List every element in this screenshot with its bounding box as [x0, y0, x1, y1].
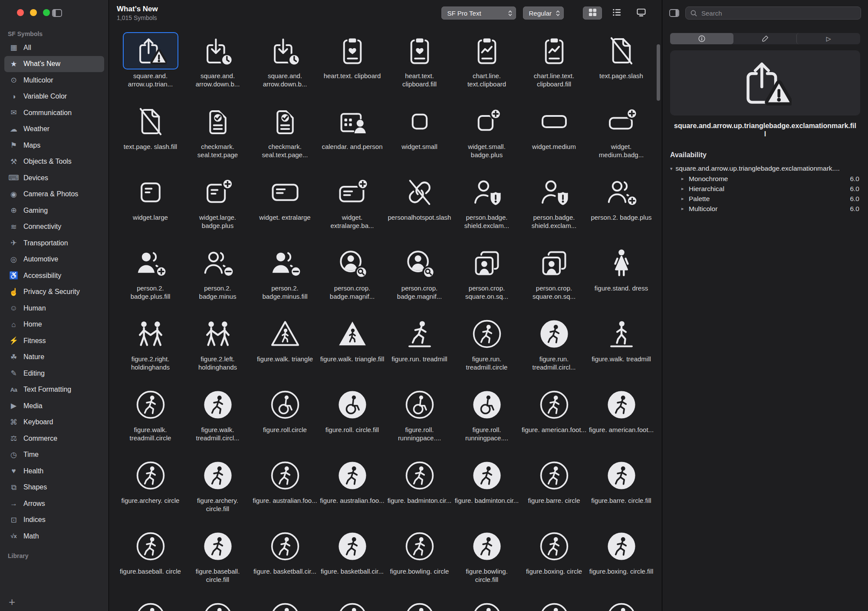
availability-row-palette[interactable]: ▸Palette6.0 [670, 194, 860, 204]
sidebar-item-text-formatting[interactable]: AaText Formatting [4, 382, 104, 398]
symbol-tile[interactable] [386, 598, 453, 611]
symbol-tile[interactable]: person.2. badge.minus [184, 244, 251, 315]
symbol-tile[interactable]: chart.line.text. clipboard.fill [520, 32, 588, 103]
availability-row-monochrome[interactable]: ▸Monochrome6.0 [670, 174, 860, 184]
symbol-tile[interactable]: figure.walk. triangle.fill [319, 315, 386, 386]
sidebar-item-accessibility[interactable]: ♿Accessibility [4, 268, 104, 284]
symbol-tile[interactable]: figure.run. treadmill.circle [453, 315, 520, 386]
symbol-tile[interactable]: square.and. arrow.down.b... [251, 32, 319, 103]
symbol-tile[interactable]: text.page.slash [588, 32, 655, 103]
sidebar-item-weather[interactable]: ☁Weather [4, 121, 104, 138]
symbol-tile[interactable] [251, 598, 319, 611]
symbol-tile[interactable]: figure.walk. treadmill.circl... [184, 386, 251, 457]
tab-animate[interactable]: ▷ [796, 33, 860, 44]
symbol-tile[interactable]: figure.boxing. circle [520, 528, 588, 598]
zoom-window-button[interactable] [43, 9, 50, 16]
sidebar-item-nature[interactable]: ☘Nature [4, 349, 104, 366]
sidebar-item-fitness[interactable]: ⚡Fitness [4, 333, 104, 349]
sidebar-item-communication[interactable]: ✉Communication [4, 105, 104, 121]
symbol-tile[interactable]: figure. australian.foo... [251, 457, 319, 528]
symbol-tile[interactable]: widget.small [386, 103, 453, 174]
symbol-tile[interactable]: person.crop. badge.magnif... [319, 244, 386, 315]
sidebar-item-transportation[interactable]: ✈Transportation [4, 235, 104, 251]
availability-row-multicolor[interactable]: ▸Multicolor6.0 [670, 204, 860, 214]
search-input[interactable] [700, 9, 856, 17]
sidebar-item-human[interactable]: ☺Human [4, 300, 104, 317]
symbol-tile[interactable]: square.and. arrow.down.b... [184, 32, 251, 103]
sidebar-toggle-icon[interactable] [52, 9, 62, 19]
symbol-tile[interactable]: square.and. arrow.up.trian... [117, 32, 184, 103]
symbol-tile[interactable]: figure. basketball.cir... [319, 528, 386, 598]
symbol-tile[interactable]: figure.barre. circle.fill [588, 457, 655, 528]
sidebar-item-home[interactable]: ⌂Home [4, 317, 104, 333]
symbol-tile[interactable]: widget.medium [520, 103, 588, 174]
symbol-tile[interactable]: person.crop. square.on.sq... [453, 244, 520, 315]
symbol-tile[interactable]: widget.small. badge.plus [453, 103, 520, 174]
symbol-tile[interactable]: figure. american.foot... [520, 386, 588, 457]
weight-popup[interactable]: Regular [523, 7, 564, 20]
tab-rendering[interactable] [733, 33, 797, 44]
symbol-tile[interactable]: figure.run. treadmill.circl... [520, 315, 588, 386]
symbol-tile[interactable]: heart.text. clipboard [319, 32, 386, 103]
symbol-tile[interactable]: figure. australian.foo... [319, 457, 386, 528]
symbol-tile[interactable]: figure. badminton.cir... [386, 457, 453, 528]
sidebar-item-indices[interactable]: ⊡Indices [4, 512, 104, 528]
add-custom-symbol-button[interactable]: + [4, 595, 20, 608]
symbol-tile[interactable]: figure. badminton.cir... [453, 457, 520, 528]
sidebar-item-media[interactable]: ▶Media [4, 398, 104, 414]
symbol-tile[interactable]: person.2. badge.plus.fill [117, 244, 184, 315]
symbol-tile[interactable]: person.2. badge.minus.fill [251, 244, 319, 315]
sidebar-item-math[interactable]: √xMath [4, 528, 104, 545]
symbol-tile[interactable]: chart.line. text.clipboard [453, 32, 520, 103]
list-view-button[interactable] [607, 7, 626, 20]
sidebar-item-commerce[interactable]: ⚖Commerce [4, 430, 104, 447]
symbol-tile[interactable]: figure. american.foot... [588, 386, 655, 457]
symbol-tile[interactable] [319, 598, 386, 611]
grid-scrollbar-thumb[interactable] [657, 44, 660, 101]
symbol-tile[interactable]: text.page. slash.fill [117, 103, 184, 174]
grid-view-button[interactable] [583, 7, 602, 20]
symbol-tile[interactable]: widget. extralarge [251, 174, 319, 244]
symbol-tile[interactable]: figure.archery. circle.fill [184, 457, 251, 528]
symbol-tile[interactable] [117, 598, 184, 611]
symbol-tile[interactable]: figure.barre. circle [520, 457, 588, 528]
symbol-tile[interactable]: figure.roll.circle [251, 386, 319, 457]
grid-scrollbar[interactable] [657, 27, 660, 610]
sidebar-item-arrows[interactable]: →Arrows [4, 495, 104, 512]
sidebar-item-devices[interactable]: ⌨Devices [4, 170, 104, 186]
gallery-view-button[interactable] [631, 7, 651, 20]
sidebar-item-privacy-security[interactable]: ☝Privacy & Security [4, 284, 104, 301]
sidebar-item-health[interactable]: ♥Health [4, 463, 104, 479]
sidebar-item-connectivity[interactable]: ≋Connectivity [4, 219, 104, 235]
sidebar-item-variable-color[interactable]: ◑Variable Color [4, 89, 104, 105]
symbol-tile[interactable]: figure.run. treadmill [386, 315, 453, 386]
tab-info[interactable] [670, 33, 733, 44]
symbol-tile[interactable]: figure.2.right. holdinghands [117, 315, 184, 386]
symbol-tile[interactable]: checkmark. seal.text.page... [251, 103, 319, 174]
symbol-tile[interactable] [453, 598, 520, 611]
symbol-tile[interactable]: figure.baseball. circle.fill [184, 528, 251, 598]
sidebar-item-maps[interactable]: ⚑Maps [4, 137, 104, 154]
symbol-tile[interactable]: person.crop. square.on.sq... [520, 244, 588, 315]
symbol-tile[interactable]: widget.large [117, 174, 184, 244]
symbol-tile[interactable]: widget. extralarge.ba... [319, 174, 386, 244]
availability-symbol-row[interactable]: ▾ square.and.arrow.up.trianglebadge.excl… [670, 163, 860, 174]
symbol-tile[interactable]: figure.2.left. holdinghands [184, 315, 251, 386]
sidebar-item-shapes[interactable]: ⧉Shapes [4, 479, 104, 496]
minimize-window-button[interactable] [30, 9, 37, 16]
symbol-tile[interactable]: figure.walk. triangle [251, 315, 319, 386]
symbol-tile[interactable] [588, 598, 655, 611]
symbol-tile[interactable]: calendar. and.person [319, 103, 386, 174]
symbol-tile[interactable]: widget. medium.badg... [588, 103, 655, 174]
sidebar-item-multicolor[interactable]: ⊙Multicolor [4, 72, 104, 89]
sidebar-item-all[interactable]: ▦All [4, 40, 104, 56]
sidebar-item-gaming[interactable]: ⊕Gaming [4, 202, 104, 219]
symbol-tile[interactable]: figure.bowling. circle [386, 528, 453, 598]
symbol-tile[interactable]: figure.roll. runningpace.... [453, 386, 520, 457]
symbol-tile[interactable]: heart.text. clipboard.fill [386, 32, 453, 103]
sidebar-item-time[interactable]: ◷Time [4, 447, 104, 463]
symbol-tile[interactable]: person.badge. shield.exclam... [520, 174, 588, 244]
symbol-tile[interactable]: figure.roll. runningpace.... [386, 386, 453, 457]
symbol-tile[interactable]: figure.walk. treadmill.circle [117, 386, 184, 457]
sidebar-item-keyboard[interactable]: ⌘Keyboard [4, 414, 104, 431]
